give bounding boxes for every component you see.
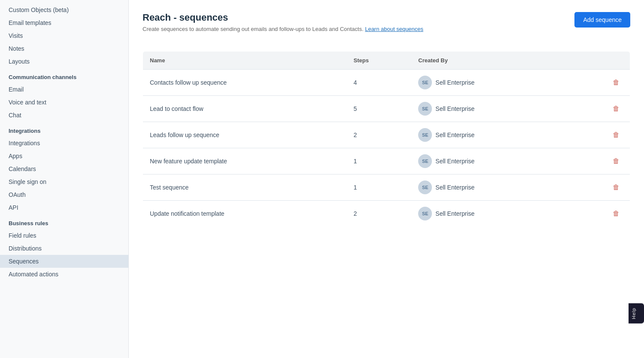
sequence-steps: 4 bbox=[347, 70, 412, 96]
sequence-steps: 2 bbox=[347, 201, 412, 227]
creator-cell: SESell Enterprise bbox=[418, 102, 561, 116]
col-name: Name bbox=[143, 52, 347, 70]
sequence-steps: 5 bbox=[347, 96, 412, 122]
sidebar-item-automated-actions[interactable]: Automated actions bbox=[0, 268, 128, 281]
col-steps: Steps bbox=[347, 52, 412, 70]
sequence-steps: 2 bbox=[347, 122, 412, 148]
table-row: New feature update template1SESell Enter… bbox=[143, 148, 630, 174]
sidebar: Custom Objects (beta)Email templatesVisi… bbox=[0, 0, 129, 358]
sidebar-section-header: Integrations bbox=[0, 122, 128, 137]
table-body: Contacts follow up sequence4SESell Enter… bbox=[143, 70, 630, 227]
creator-cell: SESell Enterprise bbox=[418, 181, 561, 194]
col-created-by: Created By bbox=[411, 52, 568, 70]
sidebar-section-header: Business rules bbox=[0, 214, 128, 229]
action-cell: 🗑 bbox=[568, 96, 630, 122]
creator-name: Sell Enterprise bbox=[435, 184, 474, 191]
sidebar-item-distributions[interactable]: Distributions bbox=[0, 242, 128, 255]
sequence-name: New feature update template bbox=[143, 148, 347, 174]
avatar: SE bbox=[418, 154, 432, 168]
delete-button[interactable]: 🗑 bbox=[609, 156, 623, 167]
creator-name: Sell Enterprise bbox=[435, 105, 474, 112]
sidebar-item-calendars[interactable]: Calendars bbox=[0, 162, 128, 175]
sequences-table: Name Steps Created By Contacts follow up… bbox=[143, 51, 630, 227]
creator-name: Sell Enterprise bbox=[435, 158, 474, 165]
table-row: Update notification template2SESell Ente… bbox=[143, 201, 630, 227]
sidebar-item-field-rules[interactable]: Field rules bbox=[0, 229, 128, 242]
sidebar-item-notes[interactable]: Notes bbox=[0, 42, 128, 55]
sidebar-item-integrations[interactable]: Integrations bbox=[0, 137, 128, 150]
action-cell: 🗑 bbox=[568, 122, 630, 148]
table-row: Leads follow up sequence2SESell Enterpri… bbox=[143, 122, 630, 148]
col-actions bbox=[568, 52, 630, 70]
table-header: Name Steps Created By bbox=[143, 52, 630, 70]
sidebar-item-visits[interactable]: Visits bbox=[0, 29, 128, 42]
action-cell: 🗑 bbox=[568, 201, 630, 227]
sequence-creator: SESell Enterprise bbox=[411, 96, 568, 122]
help-widget[interactable]: Help bbox=[629, 303, 644, 324]
sequence-steps: 1 bbox=[347, 174, 412, 201]
add-sequence-button[interactable]: Add sequence bbox=[574, 12, 630, 28]
creator-name: Sell Enterprise bbox=[435, 132, 474, 138]
creator-cell: SESell Enterprise bbox=[418, 76, 561, 89]
sequence-creator: SESell Enterprise bbox=[411, 70, 568, 96]
sidebar-top-items: Custom Objects (beta)Email templatesVisi… bbox=[0, 3, 128, 68]
sequence-creator: SESell Enterprise bbox=[411, 174, 568, 201]
avatar: SE bbox=[418, 181, 432, 194]
sidebar-item-email-templates[interactable]: Email templates bbox=[0, 16, 128, 29]
creator-cell: SESell Enterprise bbox=[418, 128, 561, 142]
sequence-creator: SESell Enterprise bbox=[411, 122, 568, 148]
avatar: SE bbox=[418, 207, 432, 220]
page-title: Reach - sequences bbox=[143, 12, 423, 23]
learn-link[interactable]: Learn about sequences bbox=[365, 26, 423, 32]
table-row: Contacts follow up sequence4SESell Enter… bbox=[143, 70, 630, 96]
sidebar-item-email[interactable]: Email bbox=[0, 83, 128, 96]
sequence-name: Leads follow up sequence bbox=[143, 122, 347, 148]
sequence-name: Lead to contact flow bbox=[143, 96, 347, 122]
sequence-name: Update notification template bbox=[143, 201, 347, 227]
delete-button[interactable]: 🗑 bbox=[609, 182, 623, 193]
sidebar-sections: Communication channelsEmailVoice and tex… bbox=[0, 68, 128, 281]
sidebar-item-api[interactable]: API bbox=[0, 201, 128, 214]
table-header-row: Name Steps Created By bbox=[143, 52, 630, 70]
delete-button[interactable]: 🗑 bbox=[609, 129, 623, 141]
delete-button[interactable]: 🗑 bbox=[609, 77, 623, 88]
avatar: SE bbox=[418, 128, 432, 142]
sidebar-item-custom-objects[interactable]: Custom Objects (beta) bbox=[0, 3, 128, 16]
subtitle-text: Create sequences to automate sending out… bbox=[143, 26, 364, 32]
page-header-text: Reach - sequences Create sequences to au… bbox=[143, 12, 423, 43]
action-cell: 🗑 bbox=[568, 70, 630, 96]
creator-name: Sell Enterprise bbox=[435, 210, 474, 217]
sidebar-item-chat[interactable]: Chat bbox=[0, 109, 128, 122]
sequence-steps: 1 bbox=[347, 148, 412, 174]
sidebar-item-sso[interactable]: Single sign on bbox=[0, 175, 128, 188]
table-row: Lead to contact flow5SESell Enterprise🗑 bbox=[143, 96, 630, 122]
sidebar-item-voice-and-text[interactable]: Voice and text bbox=[0, 96, 128, 109]
sidebar-item-sequences[interactable]: Sequences bbox=[0, 255, 128, 268]
sequence-name: Test sequence bbox=[143, 174, 347, 201]
action-cell: 🗑 bbox=[568, 148, 630, 174]
delete-button[interactable]: 🗑 bbox=[609, 103, 623, 114]
creator-cell: SESell Enterprise bbox=[418, 207, 561, 220]
delete-button[interactable]: 🗑 bbox=[609, 208, 623, 219]
action-cell: 🗑 bbox=[568, 174, 630, 201]
creator-name: Sell Enterprise bbox=[435, 79, 474, 86]
sidebar-item-layouts[interactable]: Layouts bbox=[0, 55, 128, 68]
sequence-creator: SESell Enterprise bbox=[411, 148, 568, 174]
sequence-name: Contacts follow up sequence bbox=[143, 70, 347, 96]
sidebar-item-oauth[interactable]: OAuth bbox=[0, 188, 128, 201]
creator-cell: SESell Enterprise bbox=[418, 154, 561, 168]
page-subtitle: Create sequences to automate sending out… bbox=[143, 26, 423, 32]
main-content: Reach - sequences Create sequences to au… bbox=[129, 0, 644, 358]
sidebar-section-header: Communication channels bbox=[0, 68, 128, 83]
sequence-creator: SESell Enterprise bbox=[411, 201, 568, 227]
page-header: Reach - sequences Create sequences to au… bbox=[143, 12, 630, 43]
sidebar-item-apps[interactable]: Apps bbox=[0, 150, 128, 162]
avatar: SE bbox=[418, 76, 432, 89]
table-row: Test sequence1SESell Enterprise🗑 bbox=[143, 174, 630, 201]
avatar: SE bbox=[418, 102, 432, 116]
